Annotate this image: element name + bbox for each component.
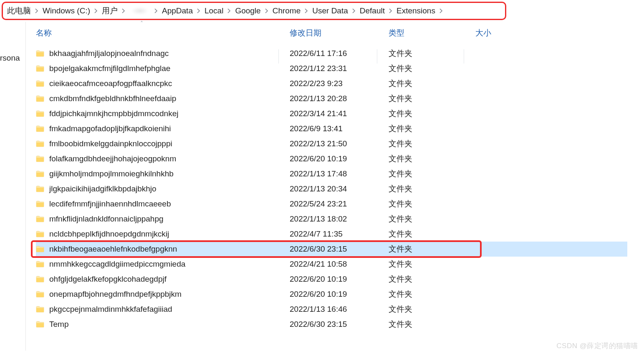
chevron-right-icon <box>35 8 38 13</box>
column-header-date[interactable]: 修改日期 <box>290 28 389 38</box>
chevron-right-icon[interactable] <box>153 8 159 13</box>
column-header-name[interactable]: ˄ 名称 <box>36 28 290 38</box>
folder-icon <box>36 50 44 57</box>
chevron-right-icon[interactable] <box>438 8 444 13</box>
type-cell: 文件夹 <box>389 199 475 209</box>
breadcrumb-segment[interactable] <box>127 7 153 15</box>
breadcrumb-segment[interactable]: Default <box>357 6 387 15</box>
name-cell: Temp <box>36 320 290 329</box>
folder-icon <box>36 186 44 192</box>
folder-name: ncldcbhpeplkfijdhnoepdgdnmjkckij <box>49 229 169 239</box>
chevron-right-icon <box>305 8 308 13</box>
table-row[interactable]: nmmhkkegccagdldgiimedpiccmgmieda2022/4/2… <box>36 257 627 272</box>
table-row[interactable]: fmlboobidmkelggdainpknloccojpppi2022/2/1… <box>36 136 627 151</box>
table-row[interactable]: lecdifefmmfjnjjinhaennhdlmcaeeeb2022/5/2… <box>36 196 627 211</box>
type-cell: 文件夹 <box>389 289 475 300</box>
type-cell: 文件夹 <box>389 108 475 119</box>
name-cell: fddjpichkajmnkjhcmpbbjdmmcodnkej <box>36 109 290 118</box>
name-cell: mfnkflidjnladnkldfonnaicljppahpg <box>36 214 290 224</box>
table-row[interactable]: pkgccpejnmalmdinmhkkfafefagiiiad2022/1/1… <box>36 302 627 317</box>
folder-name: cieikaeocafmceoapfogpffaalkncpkc <box>49 79 172 88</box>
breadcrumb-segment[interactable]: Google <box>232 6 263 15</box>
name-cell: ohfgljdgelakfkefopgklcohadegdpjf <box>36 275 290 284</box>
date-cell: 2022/6/11 17:16 <box>290 49 389 58</box>
breadcrumb-segment[interactable]: Extensions <box>394 6 438 15</box>
chevron-right-icon <box>94 8 98 13</box>
folder-name: bpojelgakakmcfmjfilgdlmhefphglae <box>49 64 170 73</box>
chevron-right-icon[interactable] <box>33 8 40 13</box>
folder-name: giijkmholjmdmpojlmmoieghkilnhkhb <box>49 169 174 178</box>
type-cell: 文件夹 <box>389 259 475 270</box>
breadcrumb-segment[interactable]: AppData <box>159 6 195 15</box>
type-cell: 文件夹 <box>389 78 475 89</box>
sidebar-item-partial[interactable]: rsona <box>0 51 25 65</box>
type-cell: 文件夹 <box>389 183 475 194</box>
type-cell: 文件夹 <box>389 244 475 255</box>
date-cell: 2022/6/30 23:15 <box>290 244 389 254</box>
breadcrumb[interactable]: 此电脑Windows (C:)用户AppDataLocalGoogleChrom… <box>2 2 506 20</box>
breadcrumb-segment[interactable]: Chrome <box>270 6 303 15</box>
chevron-right-icon[interactable] <box>195 8 202 13</box>
chevron-right-icon <box>197 8 200 13</box>
column-header-size[interactable]: 大小 <box>475 28 644 38</box>
table-row[interactable]: mfnkflidjnladnkldfonnaicljppahpg2022/1/1… <box>36 211 627 227</box>
table-row[interactable]: ohfgljdgelakfkefopgklcohadegdpjf2022/6/2… <box>36 272 627 287</box>
chevron-right-icon[interactable] <box>263 8 270 13</box>
breadcrumb-segment[interactable]: User Data <box>310 6 351 15</box>
name-cell: fmlboobidmkelggdainpknloccojpppi <box>36 139 290 148</box>
name-cell: fmkadmapgofadopljbjfkapdkoienihi <box>36 124 290 133</box>
name-cell: pkgccpejnmalmdinmhkkfafefagiiiad <box>36 305 290 314</box>
date-cell: 2022/2/13 21:50 <box>290 139 389 148</box>
name-cell: ncldcbhpeplkfijdhnoepdgdnmjkckij <box>36 229 290 239</box>
table-row[interactable]: jlgkpaicikihijadgifklkbpdajbkhjo2022/1/1… <box>36 181 627 196</box>
chevron-right-icon[interactable] <box>387 8 394 13</box>
folder-name: nmmhkkegccagdldgiimedpiccmgmieda <box>49 260 185 269</box>
date-cell: 2022/4/7 11:35 <box>290 229 389 239</box>
chevron-right-icon[interactable] <box>93 8 99 13</box>
table-row[interactable]: onepmapfbjohnegdmfhndpefjkppbjkm2022/6/2… <box>36 287 627 302</box>
folder-icon <box>36 110 44 117</box>
type-cell: 文件夹 <box>389 304 475 315</box>
folder-icon <box>36 246 44 252</box>
chevron-right-icon[interactable] <box>303 8 310 13</box>
breadcrumb-segment[interactable]: 用户 <box>99 5 120 16</box>
folder-icon <box>36 65 44 72</box>
folder-name: jlgkpaicikihijadgifklkbpdajbkhjo <box>49 184 157 194</box>
breadcrumb-segment[interactable]: 此电脑 <box>5 5 33 16</box>
chevron-right-icon <box>227 8 231 13</box>
chevron-right-icon[interactable] <box>351 8 357 13</box>
folder-icon <box>36 261 44 267</box>
watermark: CSDN @薛定谔的猫喵喵 <box>556 341 638 351</box>
name-cell: cmkdbmfndkfgebldhnkbfhlneefdaaip <box>36 94 290 103</box>
folder-icon <box>36 125 44 132</box>
table-row[interactable]: Temp2022/6/30 23:15文件夹 <box>36 317 627 332</box>
table-row[interactable]: cieikaeocafmceoapfogpffaalkncpkc2022/2/2… <box>36 76 627 91</box>
table-row[interactable]: fmkadmapgofadopljbjfkapdkoienihi2022/6/9… <box>36 121 627 136</box>
folder-icon <box>36 306 44 313</box>
table-row[interactable]: giijkmholjmdmpojlmmoieghkilnhkhb2022/1/1… <box>36 166 627 181</box>
table-row[interactable]: bpojelgakakmcfmjfilgdlmhefphglae2022/1/1… <box>36 61 627 76</box>
table-row[interactable]: folafkamgdbhdeejjhohajojeogpoknm2022/6/2… <box>36 151 627 166</box>
breadcrumb-segment[interactable]: Windows (C:) <box>40 6 93 15</box>
folder-icon <box>36 231 44 237</box>
table-row[interactable]: fddjpichkajmnkjhcmpbbjdmmcodnkej2022/3/1… <box>36 106 627 121</box>
date-cell: 2022/2/23 9:23 <box>290 79 389 88</box>
chevron-right-icon[interactable] <box>226 8 232 13</box>
folder-name: Temp <box>49 320 68 329</box>
column-header-type[interactable]: 类型 <box>389 28 475 38</box>
date-cell: 2022/1/13 20:34 <box>290 184 389 194</box>
folder-icon <box>36 216 44 222</box>
breadcrumb-segment[interactable]: Local <box>202 6 226 15</box>
folder-name: ohfgljdgelakfkefopgklcohadegdpjf <box>49 275 167 284</box>
table-row[interactable]: bkhaagjahfmjljalopjnoealnfndnagc2022/6/1… <box>36 46 627 61</box>
type-cell: 文件夹 <box>389 93 475 104</box>
date-cell: 2022/1/13 18:02 <box>290 214 389 224</box>
table-row[interactable]: nkbihfbeogaeaoehlefnkodbefgpgknn2022/6/3… <box>36 242 627 257</box>
type-cell: 文件夹 <box>389 123 475 134</box>
table-row[interactable]: cmkdbmfndkfgebldhnkbfhlneefdaaip2022/1/1… <box>36 91 627 106</box>
chevron-right-icon[interactable] <box>120 8 127 13</box>
date-cell: 2022/1/13 17:48 <box>290 169 389 178</box>
table-row[interactable]: ncldcbhpeplkfijdhnoepdgdnmjkckij2022/4/7… <box>36 227 627 242</box>
type-cell: 文件夹 <box>389 48 475 59</box>
name-cell: lecdifefmmfjnjjinhaennhdlmcaeeeb <box>36 199 290 209</box>
